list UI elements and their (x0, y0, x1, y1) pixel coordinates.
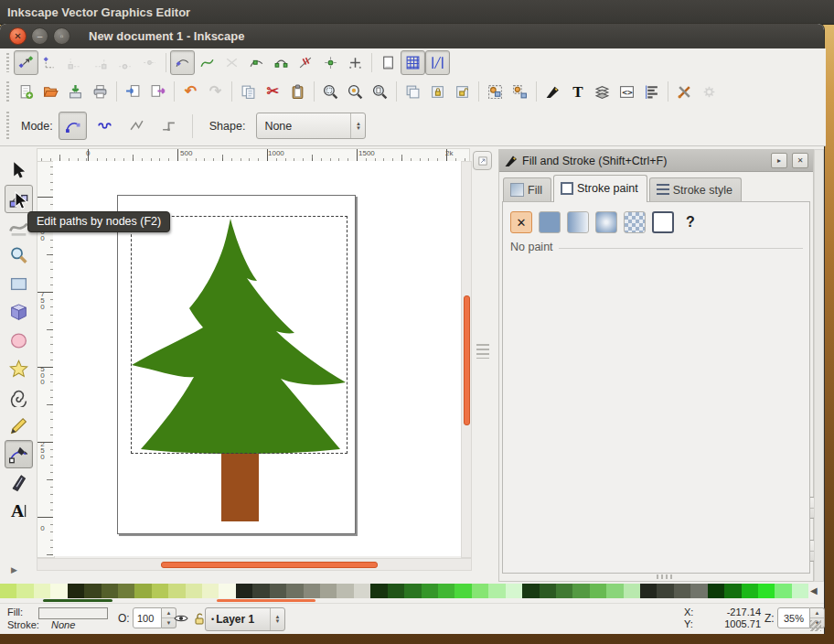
dialog-collapse-button[interactable]: ▸ (771, 153, 787, 168)
dock-splitter[interactable] (470, 146, 498, 584)
cut-button[interactable]: ✂ (261, 80, 285, 104)
print-document-button[interactable] (88, 80, 112, 104)
snap-to-paths-button[interactable] (195, 50, 219, 75)
palette-swatch[interactable] (624, 584, 640, 598)
palette-swatch[interactable] (540, 584, 556, 598)
palette-swatch[interactable] (202, 584, 219, 598)
palette-swatch[interactable] (388, 584, 404, 598)
tool-ellipse-button[interactable] (5, 327, 33, 355)
splitter-grip[interactable] (476, 344, 489, 359)
palette-swatch[interactable] (320, 584, 337, 598)
window-minimize-button[interactable]: – (31, 27, 48, 45)
dock-scrollbar[interactable] (814, 149, 824, 582)
palette-swatch[interactable] (134, 584, 151, 598)
unknown-paint-button[interactable]: ? (680, 212, 700, 232)
palette-swatch[interactable] (236, 584, 252, 598)
mode-paraxial-button[interactable] (155, 112, 183, 140)
zoom-page-button[interactable] (368, 80, 392, 104)
palette-swatch[interactable] (118, 584, 134, 598)
export-button[interactable] (145, 80, 170, 104)
palette-swatch[interactable] (708, 584, 724, 598)
palette-scroll-left-icon[interactable]: ◀ (810, 585, 818, 596)
tool-selector-button[interactable] (5, 156, 33, 185)
palette-swatch[interactable] (422, 584, 438, 598)
tool-rectangle-button[interactable] (5, 270, 33, 298)
palette-swatch[interactable] (454, 584, 471, 598)
fill-stroke-dialog-button[interactable] (540, 80, 565, 104)
snap-other-points-button[interactable] (318, 50, 343, 75)
window-titlebar[interactable]: ✕ – ▫ New document 1 - Inkscape (0, 24, 824, 48)
palette-swatch[interactable] (640, 584, 657, 598)
palette-swatch[interactable] (186, 584, 202, 598)
dialog-header[interactable]: Fill and Stroke (Shift+Ctrl+F) ▸ ✕ (499, 150, 813, 172)
new-document-button[interactable] (14, 80, 38, 104)
create-clone-button[interactable] (425, 80, 450, 104)
palette-swatch[interactable] (168, 584, 185, 598)
toolbar-grip[interactable] (5, 81, 11, 102)
mode-bezier-button[interactable] (59, 112, 87, 140)
snap-bbox-centers-button[interactable] (137, 50, 162, 75)
import-button[interactable] (121, 80, 145, 104)
zoom-value[interactable]: 35% (777, 607, 810, 628)
snap-nodes-button[interactable] (170, 50, 195, 75)
tab-stroke-paint[interactable]: Stroke paint (553, 175, 647, 202)
palette-swatch[interactable] (742, 584, 758, 598)
duplicate-button[interactable] (401, 80, 425, 104)
group-button[interactable] (483, 80, 508, 104)
spinner-arrows-icon[interactable]: ▲▼ (350, 113, 365, 138)
tool-pencil-button[interactable] (5, 412, 33, 440)
tool-spiral-button[interactable] (5, 383, 33, 412)
copy-button[interactable] (236, 80, 261, 104)
master-opacity-spinbox[interactable]: 100 ▲▼ (133, 607, 176, 628)
shape-select[interactable]: None ▲▼ (256, 113, 366, 139)
palette-swatch[interactable] (657, 584, 673, 598)
snap-grid-intersections-button[interactable] (343, 50, 368, 75)
palette-swatch[interactable] (16, 584, 33, 598)
unlink-clone-button[interactable] (450, 80, 475, 104)
xml-editor-button[interactable]: <> (615, 80, 639, 104)
mode-spiro-button[interactable] (91, 112, 119, 140)
palette-swatch[interactable] (724, 584, 741, 598)
tab-fill[interactable]: Fill (503, 177, 551, 202)
palette-swatch[interactable] (606, 584, 623, 598)
mode-straight-lines-button[interactable] (123, 112, 151, 140)
align-dialog-button[interactable] (639, 80, 664, 104)
layers-dialog-button[interactable] (590, 80, 615, 104)
palette-swatch[interactable] (674, 584, 690, 598)
palette-swatch[interactable] (270, 584, 286, 598)
snap-enable-button[interactable] (14, 50, 38, 75)
palette-swatch[interactable] (472, 584, 488, 598)
palette-swatch[interactable] (506, 584, 522, 598)
palette-swatch[interactable] (152, 584, 168, 598)
tool-zoom-button[interactable] (5, 242, 33, 270)
tool-calligraphy-button[interactable] (5, 468, 33, 497)
palette-swatch[interactable] (522, 584, 539, 598)
pattern-button[interactable] (624, 211, 646, 233)
preferences-button[interactable] (672, 80, 697, 104)
palette-swatch[interactable] (337, 584, 353, 598)
dialog-resize-grip[interactable] (657, 574, 673, 579)
palette-swatch[interactable] (792, 584, 808, 598)
palette-scrollbar-thumb[interactable] (217, 599, 315, 602)
snap-guides-button[interactable] (425, 50, 450, 75)
palette-swatch[interactable] (102, 584, 118, 598)
palette-swatch[interactable] (354, 584, 370, 598)
text-dialog-button[interactable]: T (565, 80, 590, 104)
linear-gradient-button[interactable] (567, 211, 589, 233)
snap-bbox-midpoints-button[interactable] (112, 50, 137, 75)
no-paint-button[interactable]: ✕ (510, 211, 532, 233)
save-document-button[interactable] (63, 80, 88, 104)
layer-spinner-icon[interactable]: ▲▼ (270, 608, 284, 630)
redo-button[interactable]: ↷ (203, 80, 228, 104)
toolbar-grip[interactable] (5, 53, 11, 73)
swatch-button[interactable] (652, 211, 674, 233)
palette-swatch[interactable] (556, 584, 572, 598)
window-resize-grip[interactable] (810, 620, 821, 631)
snap-bbox-corners-button[interactable] (88, 50, 112, 75)
palette-swatch[interactable] (438, 584, 454, 598)
flat-color-button[interactable] (539, 211, 561, 233)
snap-cusp-nodes-button[interactable] (244, 50, 269, 75)
tool-text-button[interactable]: A (5, 497, 33, 525)
tool-palette-overflow-icon[interactable]: ▶ (11, 565, 17, 574)
tab-stroke-style[interactable]: Stroke style (649, 177, 742, 202)
